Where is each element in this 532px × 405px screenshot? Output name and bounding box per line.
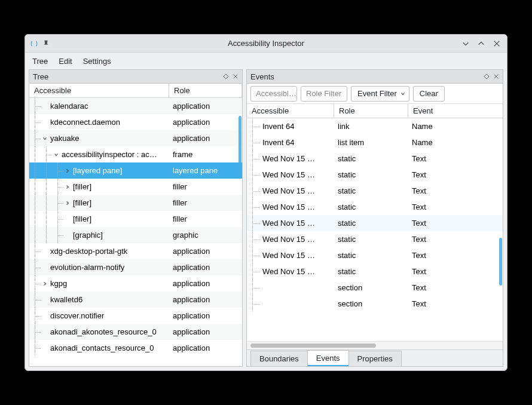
events-bottom-tabs: Boundaries Events Properties bbox=[247, 349, 503, 366]
event-type: Text bbox=[408, 183, 458, 199]
app-window: Accessibility Inspector Tree Edit Settin… bbox=[25, 34, 507, 371]
tree-row[interactable]: [layered pane]layered pane bbox=[29, 162, 242, 179]
tree-row[interactable]: akonadi_contacts_resource_0application bbox=[29, 340, 242, 356]
events-row[interactable]: Wed Nov 15 …staticText bbox=[247, 151, 503, 167]
menu-settings[interactable]: Settings bbox=[83, 57, 111, 66]
event-role: static bbox=[334, 231, 408, 247]
tree-row[interactable]: akonadi_akonotes_resource_0application bbox=[29, 324, 242, 340]
events-column-headers[interactable]: Accessible Role Event bbox=[247, 104, 503, 118]
accessible-filter-input[interactable]: Accessibl… bbox=[250, 86, 297, 102]
events-panel-body: Accessibl… Role Filter Event Filter Clea… bbox=[246, 84, 503, 367]
events-rows[interactable]: Invent 64linkNameInvent 64list itemNameW… bbox=[247, 118, 503, 341]
tree-item-role: application bbox=[169, 275, 242, 292]
tree-item-role: application bbox=[169, 308, 242, 324]
tree-row[interactable]: [graphic]graphic bbox=[29, 227, 242, 243]
tree-item-label: [filler] bbox=[72, 214, 91, 223]
chevron-right-icon[interactable] bbox=[65, 168, 70, 173]
hscroll-thumb[interactable] bbox=[250, 343, 376, 348]
tab-properties[interactable]: Properties bbox=[348, 351, 402, 366]
events-row[interactable]: Wed Nov 15 …staticText bbox=[247, 183, 503, 199]
tree-item-label: [layered pane] bbox=[72, 166, 122, 175]
tree-panel-header[interactable]: Tree bbox=[29, 69, 243, 84]
evcol-event[interactable]: Event bbox=[408, 104, 458, 118]
tree-item-label: kgpg bbox=[49, 279, 67, 288]
event-type: Text bbox=[408, 151, 458, 167]
titlebar[interactable]: Accessibility Inspector bbox=[25, 35, 507, 53]
tree-rows[interactable]: kalendaracapplicationkdeconnect.daemonap… bbox=[29, 98, 242, 366]
panel-close-icon[interactable] bbox=[233, 73, 239, 79]
event-accessible: Wed Nov 15 … bbox=[260, 267, 315, 276]
tree-row[interactable]: kdeconnect.daemonapplication bbox=[29, 114, 242, 130]
chevron-down-icon[interactable] bbox=[42, 136, 47, 141]
event-filter-combo[interactable]: Event Filter bbox=[351, 86, 409, 102]
chevron-right-icon[interactable] bbox=[42, 281, 47, 286]
titlebar-right bbox=[461, 39, 507, 48]
event-accessible: Wed Nov 15 … bbox=[260, 235, 315, 244]
tree-row[interactable]: kgpgapplication bbox=[29, 275, 242, 292]
tree-row[interactable]: discover.notifierapplication bbox=[29, 308, 242, 324]
event-filter-label: Event Filter bbox=[357, 89, 397, 98]
events-row[interactable]: sectionText bbox=[247, 280, 503, 296]
event-type: Name bbox=[408, 134, 458, 151]
events-row[interactable]: Invent 64list itemName bbox=[247, 134, 503, 151]
role-filter-input[interactable]: Role Filter bbox=[301, 86, 347, 102]
tree-row[interactable]: [filler]filler bbox=[29, 211, 242, 227]
events-row[interactable]: Invent 64linkName bbox=[247, 118, 503, 134]
panel-close-icon[interactable] bbox=[493, 73, 499, 79]
events-panel-header[interactable]: Events bbox=[246, 69, 503, 84]
menu-tree[interactable]: Tree bbox=[32, 57, 48, 66]
chevron-right-icon[interactable] bbox=[65, 185, 70, 189]
event-role: list item bbox=[334, 134, 408, 151]
chevron-right-icon[interactable] bbox=[65, 201, 70, 205]
close-icon[interactable] bbox=[493, 39, 501, 48]
pin-icon[interactable] bbox=[42, 39, 50, 48]
events-panel: Events Accessibl… Role Filter Event Filt… bbox=[246, 69, 503, 367]
event-role: static bbox=[334, 215, 408, 231]
menu-edit[interactable]: Edit bbox=[59, 57, 72, 66]
tab-boundaries[interactable]: Boundaries bbox=[250, 351, 308, 366]
tree-vscroll[interactable] bbox=[239, 116, 241, 170]
col-role[interactable]: Role bbox=[169, 84, 242, 97]
minimize-icon[interactable] bbox=[461, 39, 470, 48]
undock-icon[interactable] bbox=[484, 73, 490, 79]
events-row[interactable]: Wed Nov 15 …staticText bbox=[247, 167, 503, 183]
undock-icon[interactable] bbox=[223, 73, 229, 79]
events-row[interactable]: Wed Nov 15 …staticText bbox=[247, 231, 503, 247]
events-row[interactable]: Wed Nov 15 …staticText bbox=[247, 199, 503, 215]
tree-row[interactable]: [filler]filler bbox=[29, 195, 242, 211]
event-role: static bbox=[334, 183, 408, 199]
tree-item-label: xdg-desktop-portal-gtk bbox=[49, 247, 127, 256]
tree-row[interactable]: yakuakeapplication bbox=[29, 130, 242, 146]
tree-row[interactable]: xdg-desktop-portal-gtkapplication bbox=[29, 243, 242, 259]
events-hscroll[interactable] bbox=[247, 341, 503, 349]
event-accessible: Wed Nov 15 … bbox=[260, 154, 315, 163]
maximize-icon[interactable] bbox=[477, 39, 485, 48]
event-role: static bbox=[334, 151, 408, 167]
event-role: static bbox=[334, 263, 408, 280]
tree-row[interactable]: kalendaracapplication bbox=[29, 98, 242, 114]
event-role: link bbox=[334, 118, 408, 134]
evcol-role[interactable]: Role bbox=[334, 104, 408, 118]
tree-row[interactable]: [filler]filler bbox=[29, 179, 242, 195]
col-accessible[interactable]: Accessible bbox=[29, 84, 169, 97]
event-accessible: Wed Nov 15 … bbox=[260, 219, 315, 228]
clear-button[interactable]: Clear bbox=[413, 86, 445, 102]
events-vscroll[interactable] bbox=[499, 238, 502, 286]
svg-point-0 bbox=[34, 43, 35, 44]
tree-column-headers[interactable]: Accessible Role bbox=[29, 84, 242, 98]
event-accessible: Wed Nov 15 … bbox=[260, 202, 315, 211]
chevron-down-icon[interactable] bbox=[54, 152, 59, 157]
events-row[interactable]: Wed Nov 15 …staticText bbox=[247, 263, 503, 280]
event-type: Text bbox=[408, 231, 458, 247]
tree-item-label: kdeconnect.daemon bbox=[49, 118, 120, 127]
events-row[interactable]: Wed Nov 15 …staticText bbox=[247, 215, 503, 231]
tree-row[interactable]: evolution-alarm-notifyapplication bbox=[29, 259, 242, 275]
events-row[interactable]: Wed Nov 15 …staticText bbox=[247, 247, 503, 263]
tree-row[interactable]: kwalletd6application bbox=[29, 292, 242, 308]
tree-item-role: filler bbox=[169, 179, 242, 195]
events-row[interactable]: sectionText bbox=[247, 296, 503, 312]
evcol-accessible[interactable]: Accessible bbox=[247, 104, 334, 118]
event-accessible: Invent 64 bbox=[260, 122, 295, 131]
tab-events[interactable]: Events bbox=[307, 350, 349, 366]
tree-row[interactable]: accessibilityinspector : ac…frame bbox=[29, 146, 242, 162]
